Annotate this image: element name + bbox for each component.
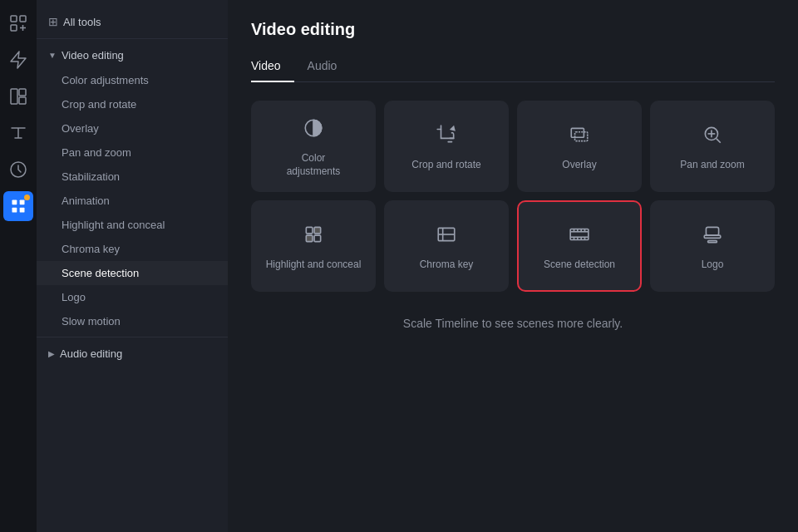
audio-editing-label: Audio editing: [60, 347, 122, 360]
chroma-icon: [436, 224, 457, 250]
video-editing-label: Video editing: [62, 49, 124, 62]
chevron-down-icon: ▼: [48, 51, 57, 60]
svg-rect-5: [11, 89, 17, 104]
sidebar: ⊞ All tools ▼ Video editing Color adjust…: [37, 0, 228, 532]
svg-rect-14: [571, 129, 584, 138]
tab-audio[interactable]: Audio: [308, 52, 351, 82]
all-tools-label: All tools: [63, 16, 101, 28]
overlay-icon: [569, 124, 590, 150]
sidebar-item-overlay[interactable]: Overlay: [37, 116, 228, 140]
sidebar-item-logo[interactable]: Logo: [37, 285, 228, 309]
grid-icon: ⊞: [48, 15, 58, 28]
effects-button[interactable]: [3, 45, 33, 75]
svg-rect-27: [570, 229, 589, 240]
tool-card-pan-and-zoom[interactable]: Pan and zoom: [650, 101, 775, 192]
svg-rect-11: [12, 208, 17, 213]
sidebar-divider: [37, 38, 228, 39]
tool-card-overlay[interactable]: Overlay: [517, 101, 642, 192]
sidebar-item-stabilization[interactable]: Stabilization: [37, 165, 228, 189]
tool-card-highlight-and-conceal[interactable]: Highlight and conceal: [251, 200, 376, 292]
icon-bar: [0, 0, 37, 532]
sidebar-item-scene-detection[interactable]: Scene detection: [37, 261, 228, 285]
tool-label-pan-and-zoom: Pan and zoom: [680, 159, 744, 172]
sidebar-item-color-adjustments[interactable]: Color adjustments: [37, 68, 228, 92]
chevron-right-icon: ▶: [48, 349, 55, 358]
sidebar-item-slow-motion[interactable]: Slow motion: [37, 309, 228, 333]
tools-button[interactable]: [3, 191, 33, 221]
layout-button[interactable]: [3, 81, 33, 111]
svg-rect-39: [704, 235, 721, 238]
sidebar-item-pan-and-zoom[interactable]: Pan and zoom: [37, 140, 228, 165]
audio-editing-section[interactable]: ▶ Audio editing: [37, 341, 228, 367]
film-icon: [569, 224, 590, 250]
svg-rect-2: [11, 25, 17, 31]
svg-line-17: [717, 139, 721, 143]
tool-label-highlight-and-conceal: Highlight and conceal: [266, 259, 362, 272]
all-tools-header[interactable]: ⊞ All tools: [37, 8, 228, 35]
tool-card-scene-detection[interactable]: Scene detection: [517, 200, 642, 292]
tool-card-crop-and-rotate[interactable]: Crop and rotate: [384, 101, 509, 192]
history-button[interactable]: [3, 155, 33, 185]
highlight-icon: [303, 224, 324, 250]
sidebar-divider-2: [37, 337, 228, 337]
tool-label-chroma-key: Chroma key: [420, 259, 474, 272]
svg-rect-20: [306, 228, 313, 234]
svg-rect-21: [314, 228, 321, 234]
tool-label-logo: Logo: [702, 259, 724, 272]
tool-card-logo[interactable]: Logo: [650, 200, 775, 292]
svg-rect-9: [12, 200, 17, 205]
page-title: Video editing: [251, 20, 775, 39]
sidebar-item-highlight-and-conceal[interactable]: Highlight and conceal: [37, 213, 228, 237]
tool-label-overlay: Overlay: [562, 159, 596, 172]
sidebar-item-crop-and-rotate[interactable]: Crop and rotate: [37, 92, 228, 116]
main-content: Video editing Video Audio Color adjustme…: [228, 0, 798, 532]
add-media-button[interactable]: [3, 8, 33, 38]
info-text: Scale Timeline to see scenes more clearl…: [251, 317, 775, 330]
svg-rect-23: [314, 235, 321, 242]
tool-card-chroma-key[interactable]: Chroma key: [384, 200, 509, 292]
circle-half-icon: [303, 117, 324, 144]
svg-rect-10: [20, 200, 25, 205]
tool-label-scene-detection: Scene detection: [544, 259, 615, 272]
svg-rect-12: [20, 208, 25, 213]
tool-grid: Color adjustments Crop and rotate: [251, 101, 775, 292]
stamp-icon: [702, 224, 723, 250]
tab-video[interactable]: Video: [251, 52, 294, 82]
svg-rect-15: [575, 132, 588, 141]
svg-rect-0: [11, 16, 17, 22]
svg-rect-40: [708, 241, 717, 243]
tabs: Video Audio: [251, 52, 775, 82]
tool-label-color-adjustments: Color adjustments: [287, 152, 341, 178]
text-button[interactable]: [3, 118, 33, 148]
sidebar-item-animation[interactable]: Animation: [37, 189, 228, 213]
svg-rect-7: [19, 97, 26, 104]
svg-rect-22: [306, 235, 313, 242]
tool-label-crop-and-rotate: Crop and rotate: [411, 159, 480, 172]
crop-rotate-icon: [436, 124, 457, 150]
svg-rect-38: [706, 228, 718, 236]
pan-zoom-icon: [702, 124, 723, 150]
svg-rect-6: [19, 89, 26, 96]
sidebar-item-chroma-key[interactable]: Chroma key: [37, 237, 228, 261]
tool-card-color-adjustments[interactable]: Color adjustments: [251, 101, 376, 192]
video-editing-section[interactable]: ▼ Video editing: [37, 42, 228, 68]
svg-rect-1: [20, 16, 26, 22]
